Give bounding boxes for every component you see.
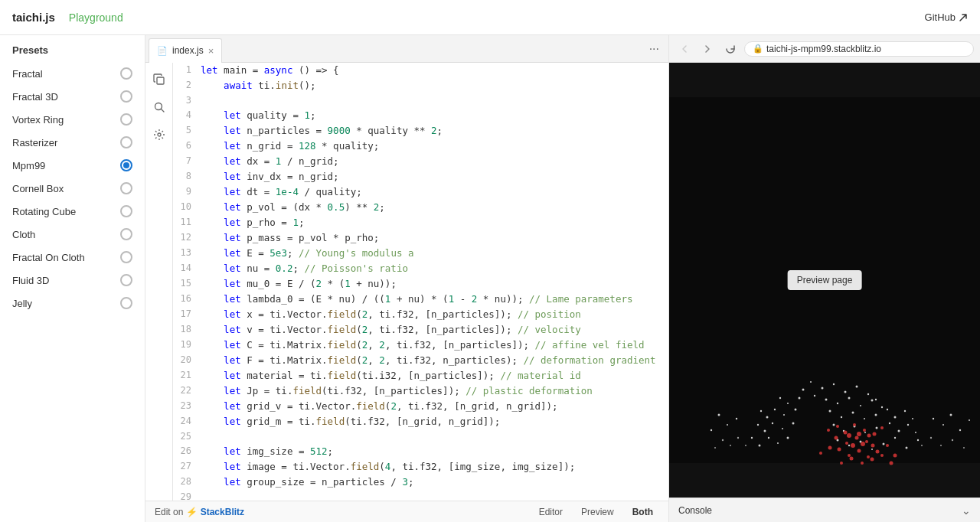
svg-point-9 — [867, 393, 869, 395]
sidebar-item-jelly[interactable]: Jelly — [0, 292, 145, 315]
line-number: 21 — [173, 368, 201, 383]
svg-point-12 — [810, 381, 812, 383]
code-line: 3 — [173, 93, 668, 108]
svg-point-90 — [819, 452, 822, 455]
both-tab-button[interactable]: Both — [626, 507, 659, 517]
radio-fractal[interactable] — [120, 67, 132, 80]
code-line: 6 let n_grid = 128 * quality; — [173, 139, 668, 154]
code-line: 21 let material = ti.field(ti.i32, [n_pa… — [173, 368, 668, 383]
editor-tab-index-js[interactable]: 📄 index.js × — [149, 38, 222, 63]
code-line: 26 let img_size = 512; — [173, 444, 668, 459]
sidebar-item-vortex-ring[interactable]: Vortex Ring — [0, 108, 145, 131]
code-line: 27 let image = ti.Vector.field(4, ti.f32… — [173, 459, 668, 475]
copy-icon-button[interactable] — [149, 69, 170, 90]
sidebar-item-cloth[interactable]: Cloth — [0, 223, 145, 246]
svg-point-107 — [952, 439, 953, 441]
svg-point-101 — [851, 443, 855, 448]
radio-fluid-3d[interactable] — [120, 274, 132, 286]
code-line: 9 let dt = 1e-4 / quality; — [173, 184, 668, 200]
lock-icon: 🔒 — [753, 44, 763, 54]
code-line: 5 let n_particles = 9000 * quality ** 2; — [173, 123, 668, 139]
svg-point-26 — [875, 414, 877, 416]
svg-point-77 — [855, 436, 859, 440]
svg-point-58 — [710, 429, 712, 431]
sidebar-item-mpm99[interactable]: Mpm99 — [0, 154, 145, 177]
playground-link[interactable]: Playground — [69, 11, 123, 24]
radio-fractal-on-cloth[interactable] — [120, 251, 132, 263]
svg-point-47 — [915, 432, 916, 433]
svg-point-113 — [714, 447, 716, 449]
radio-cornell-box[interactable] — [120, 182, 132, 194]
line-number: 22 — [173, 383, 201, 399]
svg-point-14 — [837, 403, 838, 404]
svg-point-80 — [873, 432, 877, 436]
sidebar-item-rotating-cube[interactable]: Rotating Cube — [0, 200, 145, 223]
code-line: 29 — [173, 490, 668, 501]
radio-vortex-ring[interactable] — [120, 113, 132, 126]
code-editor[interactable]: 1let main = async () => {2 await ti.init… — [173, 63, 668, 501]
editor-panel: 📄 index.js × ··· — [145, 35, 669, 522]
sidebar-item-fractal-on-cloth[interactable]: Fractal On Cloth — [0, 246, 145, 269]
svg-point-110 — [737, 437, 739, 439]
app-logo: taichi.js — [12, 11, 55, 24]
line-code: let grid_m = ti.field(ti.f32, [n_grid, n… — [201, 414, 500, 429]
radio-rasterizer[interactable] — [120, 136, 132, 148]
code-line: 12 let p_mass = p_vol * p_rho; — [173, 230, 668, 246]
github-link[interactable]: GitHub — [925, 11, 968, 23]
svg-point-91 — [893, 454, 897, 458]
svg-point-94 — [861, 462, 864, 465]
svg-point-63 — [883, 443, 885, 445]
svg-point-100 — [867, 434, 871, 438]
preview-canvas: Preview page — [669, 63, 980, 498]
console-close-button[interactable]: ⌄ — [962, 504, 971, 517]
line-code: let n_grid = 128 * quality; — [201, 139, 379, 154]
line-number: 18 — [173, 322, 201, 338]
svg-point-108 — [963, 447, 965, 449]
sidebar-item-fluid-3d[interactable]: Fluid 3D — [0, 269, 145, 292]
code-line: 16 let lambda_0 = (E * nu) / ((1 + nu) *… — [173, 292, 668, 307]
svg-point-83 — [838, 448, 841, 452]
refresh-button[interactable] — [721, 40, 740, 58]
line-code: let Jp = ti.field(ti.f32, [n_particles])… — [201, 383, 593, 399]
line-number: 9 — [173, 184, 201, 200]
tab-menu-button[interactable]: ··· — [643, 42, 665, 56]
code-line: 8 let inv_dx = n_grid; — [173, 169, 668, 184]
radio-jelly[interactable] — [120, 297, 132, 309]
line-number: 23 — [173, 399, 201, 414]
svg-point-8 — [856, 386, 858, 388]
preview-tab-button[interactable]: Preview — [575, 507, 620, 517]
stackblitz-link[interactable]: ⚡ StackBlitz — [186, 507, 244, 517]
bottom-bar: Edit on ⚡ StackBlitz Editor Preview Both — [145, 501, 668, 522]
back-button[interactable] — [675, 40, 694, 58]
editor-tab-button[interactable]: Editor — [533, 507, 569, 517]
line-number: 14 — [173, 261, 201, 276]
line-code: let v = ti.Vector.field(2, ti.f32, [n_pa… — [201, 322, 581, 338]
radio-fractal3d[interactable] — [120, 90, 132, 103]
line-number: 5 — [173, 123, 201, 139]
code-lines: 1let main = async () => {2 await ti.init… — [173, 63, 668, 501]
line-code: let p_rho = 1; — [201, 215, 304, 230]
radio-cloth[interactable] — [120, 228, 132, 240]
line-code: let material = ti.field(ti.i32, [n_parti… — [201, 368, 581, 383]
svg-point-81 — [827, 429, 830, 432]
radio-mpm99[interactable] — [120, 159, 132, 171]
forward-button[interactable] — [698, 40, 717, 58]
search-icon-button[interactable] — [149, 96, 170, 118]
sidebar-item-cornell-box[interactable]: Cornell Box — [0, 177, 145, 200]
svg-point-4 — [822, 387, 824, 390]
code-line: 11 let p_rho = 1; — [173, 215, 668, 230]
radio-rotating-cube[interactable] — [120, 205, 132, 217]
sidebar-label-vortex-ring: Vortex Ring — [12, 114, 64, 126]
sidebar-item-fractal3d[interactable]: Fractal 3D — [0, 85, 145, 108]
svg-point-75 — [835, 436, 838, 440]
sidebar-item-rasterizer[interactable]: Rasterizer — [0, 131, 145, 154]
sidebar-item-fractal[interactable]: Fractal — [0, 62, 145, 85]
settings-icon-button[interactable] — [149, 124, 170, 145]
line-code: let grid_v = ti.Vector.field(2, ti.f32, … — [201, 399, 558, 414]
code-line: 24 let grid_m = ti.field(ti.f32, [n_grid… — [173, 414, 668, 429]
preview-panel: 🔒 taichi-js-mpm99.stackblitz.io — [669, 35, 980, 522]
url-bar[interactable]: 🔒 taichi-js-mpm99.stackblitz.io — [744, 41, 974, 57]
tab-close-button[interactable]: × — [208, 46, 214, 56]
svg-point-27 — [887, 409, 888, 410]
url-text: taichi-js-mpm99.stackblitz.io — [766, 44, 881, 54]
